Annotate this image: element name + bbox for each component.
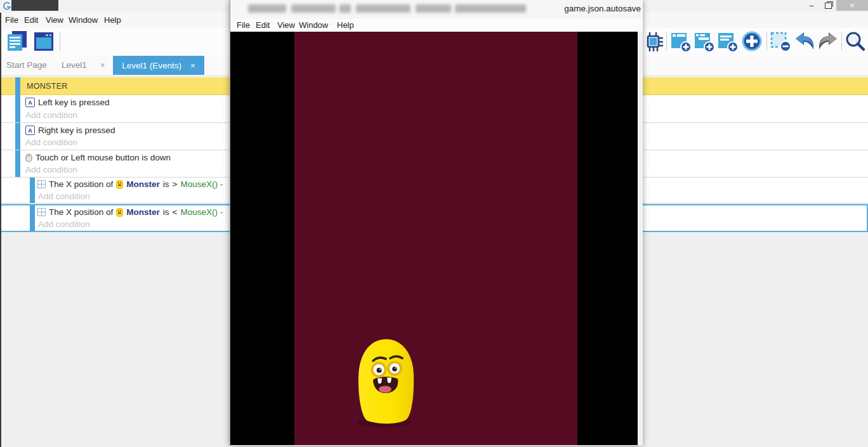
debugger-icon[interactable] <box>642 30 665 53</box>
event-drag-bar[interactable] <box>30 205 35 231</box>
monster-character <box>356 339 417 429</box>
preview-title-bar: game.json.autosave <box>230 0 643 19</box>
position-icon <box>37 180 46 188</box>
restore-button[interactable] <box>820 0 836 11</box>
add-condition-link[interactable]: Add condition <box>25 165 77 174</box>
title-blur-block <box>356 4 411 13</box>
title-blur-block <box>416 4 451 13</box>
tab-level1-events[interactable]: Level1 (Events) × <box>113 56 204 75</box>
close-button[interactable]: × <box>836 0 868 11</box>
preview-window: game.json.autosave File Edit View Window… <box>230 0 642 446</box>
position-icon <box>37 208 46 216</box>
add-subevent-icon[interactable] <box>694 30 716 53</box>
title-blur-block <box>339 4 351 13</box>
window-left-edge <box>0 13 1 447</box>
title-redacted-block <box>11 0 58 11</box>
menu-view[interactable]: View <box>46 15 63 25</box>
toolbar-separator <box>666 32 667 51</box>
keyboard-key-icon: A <box>25 98 35 107</box>
title-blur-block <box>455 4 526 13</box>
add-comment-icon[interactable] <box>717 30 740 53</box>
toolbar-separator <box>60 32 60 51</box>
redo-icon[interactable] <box>817 30 839 53</box>
add-condition-link[interactable]: Add condition <box>38 191 90 201</box>
tab-level1-events-label: Level1 (Events) <box>122 61 181 70</box>
tab-level1[interactable]: Level1 <box>62 60 87 70</box>
event-drag-bar[interactable] <box>15 150 20 177</box>
comment-text: MONSTER <box>27 82 68 91</box>
menu-file[interactable]: File <box>5 15 18 25</box>
monster-object-icon <box>116 208 123 217</box>
condition-text: A Right key is pressed <box>25 126 115 135</box>
tab-start-page[interactable]: Start Page <box>6 60 47 70</box>
condition-text: A Left key is pressed <box>25 98 110 107</box>
toolbar-separator <box>841 32 842 51</box>
monster-object-icon <box>116 180 123 189</box>
delete-selection-icon[interactable] <box>770 30 792 53</box>
condition-text: Touch or Left mouse button is down <box>25 153 171 162</box>
undo-icon[interactable] <box>793 30 816 53</box>
preview-menu-bar: File Edit View Window Help <box>230 19 643 32</box>
add-condition-link[interactable]: Add condition <box>25 110 77 120</box>
add-condition-link[interactable]: Add condition <box>25 138 77 147</box>
preview-menu-edit[interactable]: Edit <box>256 20 270 30</box>
menu-edit[interactable]: Edit <box>24 15 38 25</box>
event-drag-bar[interactable] <box>15 95 20 122</box>
preview-menu-file[interactable]: File <box>237 20 250 30</box>
minimize-button[interactable]: – <box>803 0 820 11</box>
tab-level1-close-icon[interactable]: × <box>100 60 105 70</box>
condition-text: The X position of Monster is < MouseX() … <box>37 207 223 217</box>
gdevelop-logo-icon <box>3 2 11 11</box>
preview-scrollbar[interactable] <box>638 32 643 445</box>
mouse-icon <box>25 153 32 162</box>
preview-menu-view[interactable]: View <box>277 20 295 30</box>
toolbar-separator <box>766 32 767 51</box>
restore-icon <box>825 3 832 9</box>
add-condition-link[interactable]: Add condition <box>38 219 90 229</box>
scene-editor-icon[interactable] <box>32 30 56 53</box>
game-canvas[interactable] <box>230 32 638 445</box>
menu-window[interactable]: Window <box>69 15 98 25</box>
event-drag-bar[interactable] <box>15 123 20 150</box>
title-blur-block <box>291 4 336 13</box>
preview-title-text: game.json.autosave <box>564 4 641 13</box>
preview-menu-window[interactable]: Window <box>299 20 328 30</box>
preview-menu-help[interactable]: Help <box>337 20 354 30</box>
event-drag-bar[interactable] <box>15 77 20 95</box>
event-drag-bar[interactable] <box>30 178 35 203</box>
search-icon[interactable] <box>845 30 866 53</box>
tab-level1-events-close-icon[interactable]: × <box>190 61 195 70</box>
keyboard-key-icon: A <box>25 126 35 135</box>
condition-text: The X position of Monster is > MouseX() … <box>37 179 223 189</box>
menu-help[interactable]: Help <box>104 15 121 25</box>
add-event-icon[interactable] <box>670 30 693 53</box>
title-blur-block <box>248 4 286 13</box>
events-sheet-icon[interactable] <box>5 30 29 53</box>
game-stage <box>294 32 577 445</box>
add-event-circle-icon[interactable] <box>740 30 763 53</box>
